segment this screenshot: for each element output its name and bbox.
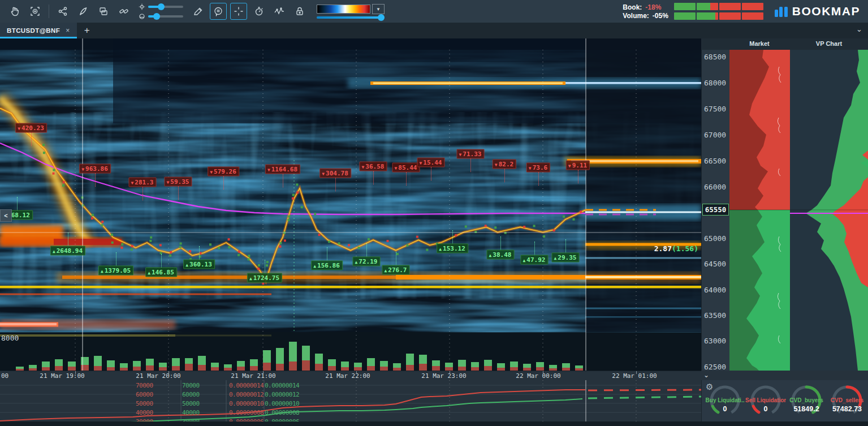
pulse-icon[interactable] xyxy=(271,3,288,20)
buy-liquidation-bubble[interactable]: ▲47.92 xyxy=(521,255,549,265)
sell-liquidation-bubble[interactable]: ▼73.6 xyxy=(526,163,550,173)
vp-chart-panel[interactable] xyxy=(790,50,868,371)
brightness-icon xyxy=(139,3,145,10)
buy-liquidation-bubble[interactable]: ▲156.86 xyxy=(311,261,343,270)
sell-liquidation-bubble[interactable]: ▼281.3 xyxy=(129,178,157,187)
buy-liquidation-bubble[interactable]: ▲146.85 xyxy=(145,268,177,277)
sell-liquidation-bubble[interactable]: ▼59.35 xyxy=(165,177,192,187)
tab-close-icon[interactable]: × xyxy=(66,27,70,35)
buy-liquidation-bubble[interactable]: ▲153.12 xyxy=(437,244,468,253)
gauge-cvd-sellers[interactable]: CVD_sellers 57482.73 xyxy=(827,382,867,421)
heatmap-adjust-sliders xyxy=(139,3,183,20)
time-tick: 21 Mar 22:00 xyxy=(325,372,370,380)
sell-liquidation-bubble[interactable]: ▼85.44 xyxy=(392,163,420,173)
vp-chart-canvas xyxy=(790,50,868,371)
buy-liquidation-bubble[interactable]: ▲1724.75 xyxy=(247,273,282,283)
crosshair-icon[interactable] xyxy=(230,3,247,20)
chart-left-price-label: 8000 xyxy=(1,334,19,342)
heatmap-chart[interactable]: ▲668.12▲2648.94▲1379.05▲146.85▲360.13▲17… xyxy=(0,38,701,371)
bubble-stem xyxy=(538,172,539,186)
heatmap-colorbar[interactable] xyxy=(317,5,370,14)
bubble-stem xyxy=(327,247,327,261)
price-tick: 66500 xyxy=(704,157,726,165)
share-icon[interactable] xyxy=(54,3,71,20)
brightness-slider[interactable] xyxy=(148,6,183,8)
time-axis-right-filler xyxy=(701,371,868,380)
pan-hand-icon[interactable] xyxy=(6,3,23,20)
bookmap-logo-text: BOOKMAP xyxy=(792,5,860,18)
price-tick: 67500 xyxy=(704,105,726,113)
bubble-stem xyxy=(335,178,336,191)
bubble-stem xyxy=(500,236,501,250)
price-axis[interactable]: 68500 68000 67500 67000 66500 66000 6555… xyxy=(701,50,729,371)
tabbar-chevron-icon[interactable]: ⌄ xyxy=(856,25,862,33)
toolbar-right: Book:-18% Volume:-05% BOOKMAP xyxy=(623,3,863,20)
book-volume-balance-bars xyxy=(674,3,763,20)
tab-btcusdt-bnf[interactable]: BTCUSDT@BNF × xyxy=(0,23,77,38)
buy-liquidation-bubble[interactable]: ▲38.48 xyxy=(487,250,515,260)
layers-icon[interactable] xyxy=(95,3,112,20)
market-depth-panel[interactable] xyxy=(729,50,790,371)
sell-liquidation-bubble[interactable]: ▼9.11 xyxy=(566,161,590,170)
bubble-stem xyxy=(223,176,224,190)
indicator-panel[interactable]: 7000060000500004000030000 70000600005000… xyxy=(0,380,701,421)
gauge-buy-liquidations[interactable]: Buy Liquidati.. 0 xyxy=(705,382,745,421)
buy-liquidation-bubble[interactable]: ▲276.7 xyxy=(382,265,410,275)
draw-pencil-icon[interactable] xyxy=(189,3,206,20)
sell-liquidation-bubble[interactable]: ▼579.26 xyxy=(208,167,239,177)
time-axis[interactable]: 00 21 Mar 19:00 21 Mar 20:00 21 Mar 21:0… xyxy=(0,371,701,380)
indicator-scale-label: 0.00000014 xyxy=(265,382,299,389)
time-tick: 21 Mar 19:00 xyxy=(40,372,84,380)
sell-liquidation-bubble[interactable]: ▼304.78 xyxy=(319,169,351,178)
vp-chart-header[interactable]: VP Chart xyxy=(816,40,842,47)
stopwatch-icon[interactable] xyxy=(251,3,267,20)
price-tick: 63000 xyxy=(704,337,726,345)
gauge-value: 51849.2 xyxy=(786,405,827,413)
price-tick: 63500 xyxy=(704,311,726,320)
bubble-stem xyxy=(504,169,505,182)
gauge-label: CVD_sellers xyxy=(827,397,867,403)
indicator-scale-label: 0.00000010 xyxy=(265,400,299,407)
collapse-left-panel-button[interactable]: < xyxy=(0,209,12,222)
gauge-value: 57482.73 xyxy=(827,405,867,413)
tab-bar: BTCUSDT@BNF × + ⌄ xyxy=(0,23,868,38)
bubble-stem xyxy=(265,260,265,273)
link-icon[interactable] xyxy=(115,3,132,20)
gauge-sell-liquidations[interactable]: Sell Liquidation 0 xyxy=(745,382,786,421)
gauge-cvd-buyers[interactable]: CVD_buyers 51849.2 xyxy=(786,382,827,421)
buy-liquidation-bubble[interactable]: ▲29.35 xyxy=(552,253,580,263)
buy-liquidation-bubble[interactable]: ▲1379.05 xyxy=(98,266,133,276)
buy-liquidation-bubble[interactable]: ▲360.13 xyxy=(183,260,215,269)
price-tick: 66000 xyxy=(704,183,726,191)
bubble-stem xyxy=(161,254,162,268)
sell-liquidation-bubble[interactable]: ▼15.44 xyxy=(417,158,445,167)
bubble-stem xyxy=(199,246,200,260)
market-header[interactable]: Market xyxy=(749,40,769,47)
gauges-panel: ⚙ Buy Liquidati.. 0 Sell Liquidation 0 C… xyxy=(701,380,868,421)
sell-liquidation-bubble[interactable]: ▼420.23 xyxy=(15,123,47,133)
price-axis-chevron-icon[interactable]: ⌄ xyxy=(703,371,709,379)
indicator-canvas xyxy=(0,380,701,421)
chat-notes-icon[interactable] xyxy=(210,3,227,20)
sell-liquidation-bubble[interactable]: ▼71.33 xyxy=(457,149,485,159)
sell-liquidation-bubble[interactable]: ▼963.86 xyxy=(79,164,111,174)
gauge-value: 0 xyxy=(705,405,745,413)
indicator-scale-label: 70000 xyxy=(136,382,153,389)
sell-liquidation-bubble[interactable]: ▼82.2 xyxy=(493,160,516,169)
palette-intensity-slider[interactable] xyxy=(317,16,385,19)
buy-liquidation-bubble[interactable]: ▲2648.94 xyxy=(50,246,85,256)
bubble-stem xyxy=(470,158,471,172)
bubble-stem xyxy=(452,230,453,244)
indicator-scale-label: 0.00000008 xyxy=(229,409,264,416)
new-tab-button[interactable]: + xyxy=(77,23,97,38)
zoom-region-icon[interactable] xyxy=(27,3,44,20)
bubble-stem xyxy=(406,172,407,186)
lock-icon[interactable] xyxy=(291,3,308,20)
sell-liquidation-bubble[interactable]: ▼36.58 xyxy=(360,162,387,171)
buy-liquidation-bubble[interactable]: ▲72.19 xyxy=(353,257,381,266)
sell-liquidation-bubble[interactable]: ▼1164.68 xyxy=(265,165,300,174)
contrast-slider[interactable] xyxy=(148,15,183,18)
price-change-percent: (1.56) xyxy=(672,244,698,253)
palette-dropdown[interactable]: ▼ xyxy=(372,4,385,14)
quill-annotation-icon[interactable] xyxy=(75,3,92,20)
